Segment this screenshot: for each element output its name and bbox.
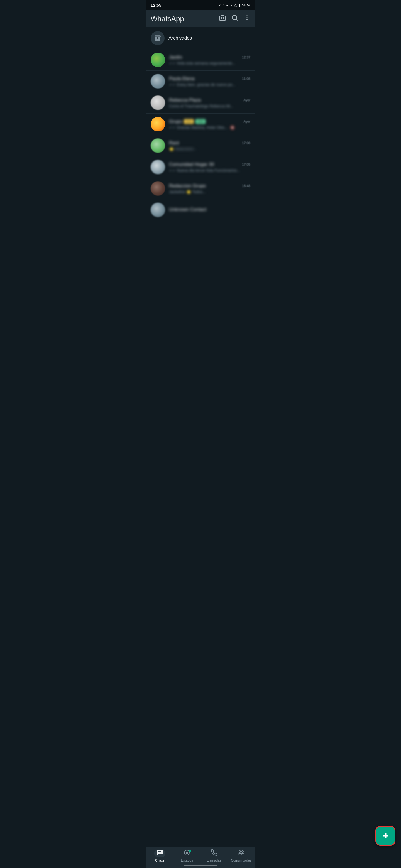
chat-item[interactable]: Rebecca Plaza Ayer Como el Traumatologo … (146, 92, 255, 114)
chat-list: Jardín 12:37 ✓✓ Hola esta semana seguram… (146, 49, 255, 243)
svg-line-2 (236, 19, 237, 20)
chat-item[interactable]: Unknown Contact (146, 199, 255, 243)
chat-preview: Jackeline 🌟 Todos... (169, 190, 250, 194)
status-bar: 12:55 20° ∗ ▴ △ ▮ 56 % (146, 0, 255, 10)
wifi-icon: ▴ (230, 3, 232, 7)
nav-item-llamadas[interactable]: Llamadas (201, 849, 228, 862)
chat-time: 16:48 (242, 184, 250, 188)
chats-icon (156, 849, 163, 858)
chat-preview: ✓✓ Estoy bien, gracias de nuevo po... (169, 83, 250, 87)
chat-time: 17:08 (242, 141, 250, 145)
bottom-nav: Chats Estados Llamadas (146, 847, 255, 868)
chat-name: Rant (169, 140, 179, 146)
status-time: 12:55 (151, 3, 161, 7)
chat-time: 11:08 (242, 77, 250, 81)
chat-info: Rebecca Plaza Ayer Como el Traumatologo … (169, 97, 250, 108)
chat-time: 12:37 (242, 55, 250, 59)
status-dot (189, 849, 191, 852)
svg-point-9 (242, 851, 243, 852)
battery-icon: ▮ (238, 3, 240, 7)
svg-point-8 (239, 851, 241, 852)
svg-point-5 (246, 19, 248, 20)
chat-preview: ✓✓ Nueva dia tercer lista Funcionarios..… (169, 168, 250, 173)
avatar (151, 74, 165, 89)
nav-label-comunidades: Comunidades (231, 859, 251, 862)
chat-item[interactable]: Paula Elena 11:08 ✓✓ Estoy bien, gracias… (146, 71, 255, 92)
app-title: WhatsApp (151, 14, 184, 23)
archived-icon (151, 31, 164, 45)
nav-icon-wrap-estados (181, 849, 192, 858)
name-badge-2: BBB (195, 119, 206, 124)
svg-point-0 (221, 17, 224, 19)
archived-label: Archivados (168, 35, 192, 41)
nav-label-chats: Chats (155, 859, 164, 862)
chat-name: Rebecca Plaza (169, 97, 201, 103)
chat-item[interactable]: Jardín 12:37 ✓✓ Hola esta semana seguram… (146, 49, 255, 71)
svg-point-3 (246, 15, 248, 17)
signal-icon: △ (234, 3, 237, 7)
svg-point-7 (186, 852, 188, 854)
avatar (151, 203, 165, 217)
nav-item-chats[interactable]: Chats (146, 849, 174, 862)
chat-time: 17:05 (242, 162, 250, 166)
nav-item-comunidades[interactable]: Comunidades (228, 849, 255, 862)
nav-item-estados[interactable]: Estados (174, 849, 201, 862)
avatar (151, 95, 165, 110)
camera-icon[interactable] (219, 14, 226, 23)
chat-preview: Como el Traumatologo Rebecca Mi... (169, 104, 250, 108)
chat-name: Jardín (169, 55, 182, 60)
chat-item[interactable]: Grupo AAA BBB Ayer ✓✓ Gracias Martina, H… (146, 114, 255, 135)
chat-header: Redaccion Grupo 16:48 (169, 183, 250, 189)
chat-preview: ✓✓ Gracias Martina, Hola! Okis... 🔇 (169, 125, 250, 130)
avatar (151, 138, 165, 153)
more-options-icon[interactable] (244, 14, 250, 23)
nav-label-llamadas: Llamadas (207, 859, 221, 862)
chat-name: Grupo (169, 119, 182, 124)
chat-info: Grupo AAA BBB Ayer ✓✓ Gracias Martina, H… (169, 119, 250, 130)
top-actions (219, 14, 250, 23)
search-icon[interactable] (232, 14, 238, 23)
chat-preview: 🌟 Reaccionó... (169, 147, 250, 151)
nav-label-estados: Estados (181, 859, 193, 862)
chat-header: Jardín 12:37 (169, 55, 250, 60)
bluetooth-icon: ∗ (225, 3, 228, 7)
avatar (151, 181, 165, 196)
chat-preview: ✓✓ Hola esta semana seguramente... (169, 61, 250, 65)
status-icons: 20° ∗ ▴ △ ▮ 56 % (219, 3, 250, 7)
chat-item[interactable]: Rant 17:08 🌟 Reaccionó... (146, 135, 255, 156)
chat-time: Ayer (244, 120, 250, 124)
chat-header: Rebecca Plaza Ayer (169, 97, 250, 103)
avatar (151, 160, 165, 174)
group-name-row: Grupo AAA BBB (169, 119, 206, 124)
nav-icon-wrap-comunidades (236, 849, 247, 858)
chat-header: Rant 17:08 (169, 140, 250, 146)
nav-icon-wrap-chats (154, 849, 165, 858)
chat-time: Ayer (244, 98, 250, 102)
communities-icon (237, 849, 245, 858)
chat-item[interactable]: Comunidad Hogar 30 17:05 ✓✓ Nueva dia te… (146, 156, 255, 178)
chat-name: Paula Elena (169, 76, 195, 82)
mute-icon: 🔇 (230, 125, 235, 130)
chat-info: Redaccion Grupo 16:48 Jackeline 🌟 Todos.… (169, 183, 250, 194)
name-badge: AAA (184, 119, 194, 124)
chat-info: Paula Elena 11:08 ✓✓ Estoy bien, gracias… (169, 76, 250, 87)
home-indicator (184, 865, 217, 866)
chat-item[interactable]: Redaccion Grupo 16:48 Jackeline 🌟 Todos.… (146, 178, 255, 199)
chat-header: Comunidad Hogar 30 17:05 (169, 162, 250, 167)
top-bar: WhatsApp (146, 10, 255, 27)
chat-header: Grupo AAA BBB Ayer (169, 119, 250, 124)
battery-percent: 56 % (242, 3, 250, 7)
chat-info: Rant 17:08 🌟 Reaccionó... (169, 140, 250, 151)
chat-name: Comunidad Hogar 30 (169, 162, 214, 167)
chat-header: Unknown Contact (169, 207, 250, 212)
chat-info: Comunidad Hogar 30 17:05 ✓✓ Nueva dia te… (169, 162, 250, 173)
avatar (151, 53, 165, 67)
svg-point-4 (246, 17, 248, 19)
chat-name: Unknown Contact (169, 207, 206, 212)
avatar (151, 117, 165, 131)
chat-info: Unknown Contact (169, 207, 250, 213)
nav-icon-wrap-llamadas (209, 849, 220, 858)
chat-name: Redaccion Grupo (169, 183, 206, 189)
temp-indicator: 20° (219, 3, 224, 7)
archived-row[interactable]: Archivados (146, 27, 255, 49)
